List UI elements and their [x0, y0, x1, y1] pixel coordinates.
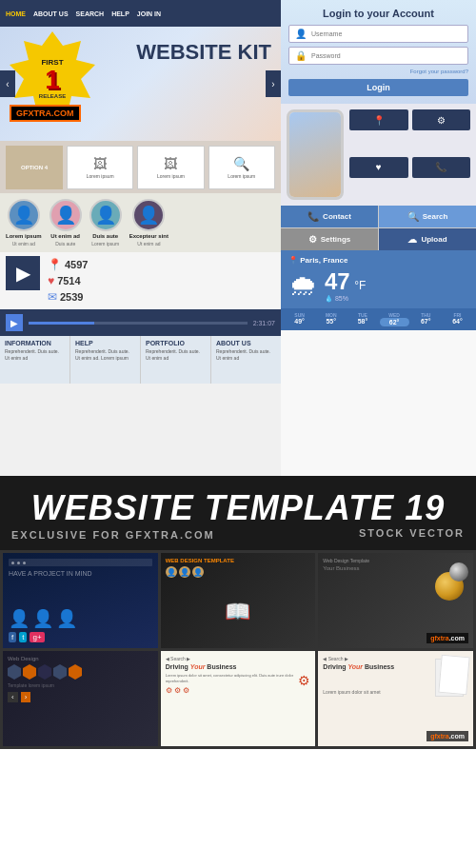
mockup-navbar: HOME ABOUT US SEARCH HELP JOIN IN — [0, 0, 281, 27]
forecast-sun: SUN 49° — [285, 312, 314, 326]
thumb2-title: WEB DESIGN TEMPLATE — [166, 558, 311, 563]
avatar-3: 👤 — [89, 199, 122, 231]
orb-gray — [449, 562, 468, 582]
thumb1-icons: 👤 👤 👤 — [9, 579, 152, 629]
thumbnail-6[interactable]: ◀ Search ▶ Driving Your Business Lorem i… — [318, 651, 473, 746]
upload-icon: ☁ — [407, 234, 417, 245]
thumbnail-3[interactable]: Web Design Template Your Business gfxtra… — [318, 553, 473, 648]
thumbnail-4[interactable]: Web Design Template lorem ipsum ‹ › — [3, 651, 158, 746]
weather-widget: 📍 Paris, France 🌧 47 °F 💧 85% — [281, 250, 476, 308]
forgot-password-link[interactable]: Forgot your password? — [288, 69, 468, 74]
nav-search[interactable]: SEARCH — [76, 10, 105, 17]
forecast-wed: WED 62° — [380, 312, 409, 326]
info-information-title: INFORMATION — [5, 340, 65, 346]
thumb3-subtext: Your Business — [323, 565, 468, 571]
option-card-1[interactable]: 🖼 Lorem ipsum — [67, 146, 133, 189]
info-col-about: ABOUT US Reprehenderit. Duis aute. Ut en… — [211, 336, 281, 384]
password-input[interactable] — [311, 52, 462, 59]
cloud-icon: 🌧 — [288, 269, 317, 302]
info-about-text: Reprehenderit. Duis aute. Ut enim ad — [216, 348, 276, 361]
lock-icon: 🔒 — [295, 50, 307, 61]
info-portfolio-text: Reprehenderit. Duis aute. Ut enim ad — [146, 348, 206, 361]
action-buttons: 📞 Contact 🔍 Search ⚙ Settings ☁ Upload — [281, 206, 476, 250]
nav-join[interactable]: JOIN IN — [137, 10, 161, 17]
subtitle-row: EXCLUSIVE FOR GFXTRA.COM STOCK VECTOR — [11, 527, 465, 541]
hex-5 — [69, 664, 82, 680]
thumb5-title: Driving Your Business — [166, 663, 311, 670]
user-icon: 👤 — [295, 29, 307, 39]
nav-help[interactable]: HELP — [111, 10, 129, 17]
info-information-text: Reprehenderit. Duis aute. Ut enim ad — [5, 348, 65, 361]
thumb5-nav: ◀ Search ▶ — [166, 656, 311, 661]
widget-location: 📍 — [349, 109, 408, 130]
username-field[interactable]: 👤 — [288, 25, 468, 43]
thumb5-body: Lorem ipsum dolor sit amet, consectetur … — [166, 673, 311, 683]
paper-front — [438, 655, 469, 695]
search-button[interactable]: 🔍 Search — [379, 206, 476, 227]
weather-temp: 47 °F — [325, 268, 366, 295]
weather-humidity: 💧 85% — [325, 295, 366, 303]
thumbnail-5[interactable]: ◀ Search ▶ Driving Your Business ⚙ Lorem… — [161, 651, 316, 746]
widget-heart: ♥ — [349, 157, 408, 178]
time-label: 2:31:07 — [253, 320, 275, 326]
username-input[interactable] — [311, 30, 462, 37]
thumb2-avatar-3: 👤 — [192, 566, 204, 578]
upload-button[interactable]: ☁ Upload — [379, 228, 476, 250]
info-help-text: Reprehenderit. Duis aute. Ut enim ad. Lo… — [75, 348, 135, 361]
nav-about[interactable]: ABOUT US — [33, 10, 69, 17]
thumb1-tagline: HAVE A PROJECT IN MIND — [9, 570, 152, 577]
forecast-mon: MON 55° — [316, 312, 346, 326]
hero-area: FIRST 1 RELEASE GFXTRA.COM WEBSITE KIT ‹… — [0, 27, 281, 141]
person-icon-3: 👤 — [56, 608, 77, 629]
phone-icon: 📞 — [435, 162, 446, 172]
location-icon: 📍 — [48, 258, 62, 271]
thumbnail-1[interactable]: HAVE A PROJECT IN MIND 👤 👤 👤 f t g+ — [3, 553, 158, 648]
location-count: 4597 — [65, 259, 88, 270]
gear-icon: ⚙ — [437, 115, 446, 126]
login-button[interactable]: Login — [288, 79, 468, 96]
hex-3 — [38, 664, 51, 680]
heart-icon: ♥ — [48, 274, 54, 287]
avatar-4-sub: Ut enim ad — [137, 241, 160, 247]
nav-home[interactable]: HOME — [6, 10, 26, 17]
avatar-4-name: Excepteur sint — [129, 233, 169, 239]
avatar-1-name: Lorem ipsum — [6, 233, 42, 239]
contact-button[interactable]: 📞 Contact — [281, 206, 378, 227]
subtitle-left: EXCLUSIVE FOR GFXTRA.COM — [11, 529, 215, 541]
info-col-help: HELP Reprehenderit. Duis aute. Ut enim a… — [70, 336, 141, 384]
book-icon: 📖 — [166, 580, 311, 643]
login-section: Login to your Account 👤 🔒 Forgot your pa… — [281, 0, 476, 104]
info-col-portfolio: PORTFOLIO Reprehenderit. Duis aute. Ut e… — [141, 336, 211, 384]
thumbnail-2[interactable]: WEB DESIGN TEMPLATE 👤 👤 👤 📖 — [161, 553, 316, 648]
avatar-3-name: Duis aute — [92, 233, 118, 239]
play-button[interactable]: ▶ — [6, 314, 23, 331]
settings-icon: ⚙ — [308, 234, 317, 245]
progress-bar[interactable] — [29, 322, 248, 325]
location-stat: 📍 4597 — [48, 258, 275, 271]
hero-next-arrow[interactable]: › — [266, 70, 281, 97]
weather-location: 📍 Paris, France — [288, 256, 468, 265]
avatar-2-name: Ut enim ad — [50, 233, 80, 239]
avatar-4: 👤 — [132, 199, 165, 231]
avatar-2: 👤 — [50, 199, 82, 231]
password-field[interactable]: 🔒 — [288, 47, 468, 65]
hero-prev-arrow[interactable]: ‹ — [0, 70, 15, 97]
option-card-2[interactable]: 🖼 Lorem ipsum — [137, 146, 204, 189]
forecast-fri: FRI 64° — [443, 312, 472, 326]
thumb4-nav-arrows: ‹ › — [8, 692, 153, 702]
thumb2-avatar-2: 👤 — [179, 566, 190, 578]
weather-main: 🌧 47 °F 💧 85% — [288, 268, 468, 303]
heart-count: 7514 — [57, 275, 80, 286]
phone-widget-row: 📍 ⚙ ♥ 📞 — [281, 104, 476, 206]
thumb1-social-icons: f t g+ — [9, 632, 152, 642]
heart-stat: ♥ 7514 — [48, 274, 275, 287]
settings-button[interactable]: ⚙ Settings — [281, 228, 378, 250]
option-bar: OPTION 4 🖼 Lorem ipsum 🖼 Lorem ipsum 🔍 L… — [0, 141, 281, 193]
option-card-3[interactable]: 🔍 Lorem ipsum — [208, 146, 275, 189]
weather-forecast: SUN 49° MON 55° TUE 58° WED 62° THU 67° … — [281, 308, 476, 330]
stats-row: ▶ 📍 4597 ♥ 7514 ✉ 2539 — [0, 252, 281, 309]
title-section: WEBSITE TEMPLATE 19 EXCLUSIVE FOR GFXTRA… — [0, 476, 476, 550]
avatar-2-sub: Duis aute — [55, 241, 75, 247]
thumb2-avatars: 👤 👤 👤 — [166, 566, 311, 578]
option-title: OPTION 4 — [6, 146, 63, 189]
